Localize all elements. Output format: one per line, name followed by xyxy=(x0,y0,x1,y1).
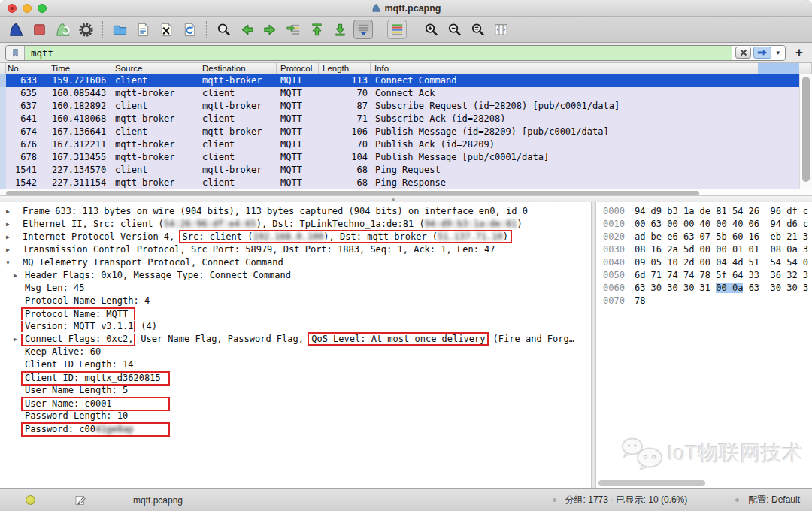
zoom-in-button[interactable] xyxy=(421,20,441,39)
expand-arrow-icon[interactable]: ▶ xyxy=(6,243,10,256)
column-header-no[interactable]: No. xyxy=(6,63,47,74)
detail-row[interactable]: ▶Frame 633: 113 bytes on wire (904 bits)… xyxy=(0,205,591,218)
close-window-button[interactable] xyxy=(8,4,17,13)
packet-list-horizontal-scrollbar[interactable] xyxy=(0,189,812,196)
detail-text: ), Dst: TpLinkTechno_1a:de:81 ( xyxy=(256,219,425,229)
annotation-box: Password: c0041ge8ap xyxy=(21,422,170,437)
detail-row[interactable]: ▼MQ Telemetry Transport Protocol, Connec… xyxy=(0,256,591,269)
detail-row[interactable]: Protocol Name Length: 4 xyxy=(0,295,591,307)
filter-bookmark-button[interactable] xyxy=(6,46,25,60)
hex-row[interactable]: 007078 xyxy=(596,295,812,307)
packet-row[interactable]: 676167.312211mqtt-brokerclientMQTT70Publ… xyxy=(0,138,812,151)
display-filter-field[interactable]: ▾ xyxy=(5,45,786,61)
column-header-length[interactable]: Length xyxy=(319,63,371,74)
scrollbar-thumb[interactable] xyxy=(6,191,699,195)
detail-row[interactable]: User Name Length: 5 xyxy=(0,384,591,397)
reload-file-button[interactable] xyxy=(180,20,199,39)
open-file-button[interactable] xyxy=(110,20,129,39)
close-file-button[interactable] xyxy=(156,20,176,39)
hex-offset: 0070 xyxy=(603,295,625,306)
filter-apply-button[interactable] xyxy=(753,47,771,59)
annotation-box: Src: client (192.168.0.100), Dst: mqtt-b… xyxy=(179,230,513,243)
detail-text: Header Flags: 0x10, Message Type: Connec… xyxy=(25,270,291,280)
detail-row[interactable]: Client ID: mqttx_d3620815 xyxy=(0,371,591,384)
detail-row[interactable]: Password Length: 10 xyxy=(0,410,591,422)
expand-arrow-icon[interactable]: ▶ xyxy=(6,218,10,231)
zoom-window-button[interactable] xyxy=(38,4,47,13)
go-back-button[interactable] xyxy=(237,20,256,39)
packet-row[interactable]: 637160.182892clientmqtt-brokerMQTT87Subs… xyxy=(0,100,812,113)
collapse-arrow-icon[interactable]: ▼ xyxy=(6,256,10,269)
expert-info-icon[interactable] xyxy=(26,495,35,505)
zoom-out-button[interactable] xyxy=(444,20,464,39)
detail-row[interactable]: ▶Connect Flags: 0xc2, User Name Flag, Pa… xyxy=(0,333,591,346)
pane-divider[interactable] xyxy=(591,202,596,488)
detail-row[interactable]: ▶Header Flags: 0x10, Message Type: Conne… xyxy=(0,269,591,282)
pane-splitter[interactable] xyxy=(0,196,812,202)
column-header-info[interactable]: Info xyxy=(371,63,812,74)
packet-row[interactable]: 633159.721606clientmqtt-brokerMQTT113Con… xyxy=(0,74,812,87)
filter-clear-button[interactable] xyxy=(735,47,751,59)
cell-no: 1541 xyxy=(6,164,47,177)
zoom-original-button[interactable] xyxy=(468,20,487,39)
detail-row[interactable]: Client ID Length: 14 xyxy=(0,358,591,371)
go-first-packet-button[interactable] xyxy=(307,20,326,39)
expand-arrow-icon[interactable]: ▶ xyxy=(14,269,17,282)
expand-arrow-icon[interactable]: ▶ xyxy=(6,231,10,243)
display-filter-input[interactable] xyxy=(25,47,732,59)
packet-list-vertical-scrollbar[interactable] xyxy=(799,74,812,189)
hex-row[interactable]: 0020ad be e6 63 07 5b 60 16 eb 21 3 xyxy=(596,231,812,243)
go-to-packet-button[interactable] xyxy=(283,20,303,39)
go-last-packet-button[interactable] xyxy=(330,20,350,39)
find-packet-button[interactable] xyxy=(214,20,233,39)
detail-row[interactable]: ▶Transmission Control Protocol, Src Port… xyxy=(0,243,591,256)
hex-row[interactable]: 001000 63 00 00 40 00 40 06 94 d6 c xyxy=(596,218,812,231)
packet-row[interactable]: 1542227.311154mqtt-brokerclientMQTT68Pin… xyxy=(0,177,812,189)
packet-row[interactable]: 674167.136641clientmqtt-brokerMQTT106Pub… xyxy=(0,125,812,138)
packet-row[interactable]: 641160.418068mqtt-brokerclientMQTT71Subs… xyxy=(0,113,812,125)
resize-columns-button[interactable] xyxy=(491,20,511,39)
cell-dst: client xyxy=(198,177,277,189)
capture-comment-icon[interactable] xyxy=(74,494,86,506)
capture-options-button[interactable] xyxy=(76,20,95,39)
filter-add-button[interactable]: + xyxy=(792,45,807,60)
hex-row[interactable]: 000094 d9 b3 1a de 81 54 26 96 df c xyxy=(596,205,812,218)
packet-row[interactable]: 1541227.134570clientmqtt-brokerMQTT68Pin… xyxy=(0,164,812,177)
detail-row[interactable]: ▶Internet Protocol Version 4, Src: clien… xyxy=(0,231,591,243)
go-forward-button[interactable] xyxy=(260,20,280,39)
scrollbar-thumb[interactable] xyxy=(802,77,810,182)
detail-row[interactable]: Keep Alive: 60 xyxy=(0,346,591,358)
save-file-button[interactable] xyxy=(133,20,153,39)
packet-row[interactable]: 635160.085443mqtt-brokerclientMQTT70Conn… xyxy=(0,87,812,100)
detail-row[interactable]: User Name: c0001 xyxy=(0,397,591,410)
minimize-window-button[interactable] xyxy=(23,4,32,13)
hex-bytes: 63 30 30 3 xyxy=(743,283,808,293)
detail-row[interactable]: Password: c0041ge8ap xyxy=(0,422,591,435)
status-center: 分组: 1773 · 已显示: 10 (0.6%) xyxy=(553,494,688,506)
detail-row[interactable]: Version: MQTT v3.1.1 (4) xyxy=(0,320,591,333)
column-header-time[interactable]: Time xyxy=(47,63,111,74)
detail-row[interactable]: Msg Len: 45 xyxy=(0,282,591,295)
column-header-destination[interactable]: Destination xyxy=(198,63,277,74)
hex-horizontal-scrollbar[interactable] xyxy=(598,480,705,486)
restart-capture-button[interactable] xyxy=(53,20,72,39)
column-header-source[interactable]: Source xyxy=(111,63,198,74)
expand-arrow-icon[interactable]: ▶ xyxy=(6,205,10,218)
hex-row[interactable]: 003008 16 2a 5d 00 00 01 01 08 0a 3 xyxy=(596,243,812,256)
cell-dst: client xyxy=(198,87,277,100)
stop-capture-button[interactable] xyxy=(29,20,49,39)
detail-row[interactable]: Protocol Name: MQTT xyxy=(0,307,591,320)
status-profile[interactable]: 配置: Default xyxy=(748,494,800,506)
expand-arrow-icon[interactable]: ▶ xyxy=(14,333,17,346)
hex-bytes: 63 30 30 30 31 xyxy=(635,283,716,293)
hex-row[interactable]: 006063 30 30 30 31 00 0a 63 30 30 3 xyxy=(596,282,812,295)
start-capture-button[interactable] xyxy=(6,20,26,39)
filter-dropdown-caret[interactable]: ▾ xyxy=(774,49,782,56)
colorize-packets-button[interactable] xyxy=(387,20,407,39)
packet-row[interactable]: 678167.313455mqtt-brokerclientMQTT104Pub… xyxy=(0,151,812,164)
hex-row[interactable]: 00506d 71 74 74 78 5f 64 33 36 32 3 xyxy=(596,269,812,282)
column-header-protocol[interactable]: Protocol xyxy=(277,63,319,74)
detail-row[interactable]: ▶Ethernet II, Src: client (54:26:96:df:e… xyxy=(0,218,591,231)
hex-row[interactable]: 004009 05 10 2d 00 04 4d 51 54 54 0 xyxy=(596,256,812,269)
auto-scroll-button[interactable] xyxy=(353,20,373,39)
